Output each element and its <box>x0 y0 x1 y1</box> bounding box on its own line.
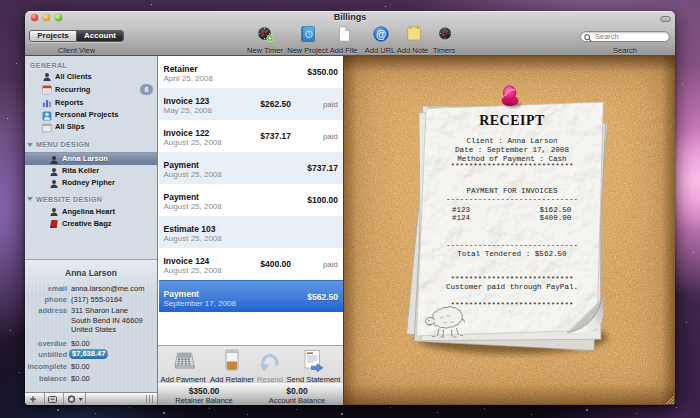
svg-text:-----------------------------: ----------------------------- <box>446 241 578 249</box>
svg-text:$400.00: $400.00 <box>539 214 571 222</box>
svg-text:$162.50: $162.50 <box>539 206 571 214</box>
svg-text:***************************: *************************** <box>450 301 573 309</box>
svg-text:***************************: *************************** <box>450 162 573 170</box>
svg-text:***************************: *************************** <box>450 275 573 283</box>
svg-text:@: @ <box>375 28 385 40</box>
svg-text:PAYMENT FOR INVOICES: PAYMENT FOR INVOICES <box>466 187 558 195</box>
svg-text:Customer paid through PayPal.: Customer paid through PayPal. <box>446 283 578 291</box>
svg-text:RECEIPT: RECEIPT <box>479 113 545 128</box>
svg-text:Client : Anna Larson: Client : Anna Larson <box>466 137 557 145</box>
svg-text:#124: #124 <box>452 214 471 222</box>
svg-text:Total Tendered : $562.50: Total Tendered : $562.50 <box>457 250 567 258</box>
svg-text:Date : September 17, 2008: Date : September 17, 2008 <box>455 146 569 154</box>
svg-text:-----------------------------: ----------------------------- <box>446 195 578 203</box>
svg-text:#123: #123 <box>452 206 471 214</box>
